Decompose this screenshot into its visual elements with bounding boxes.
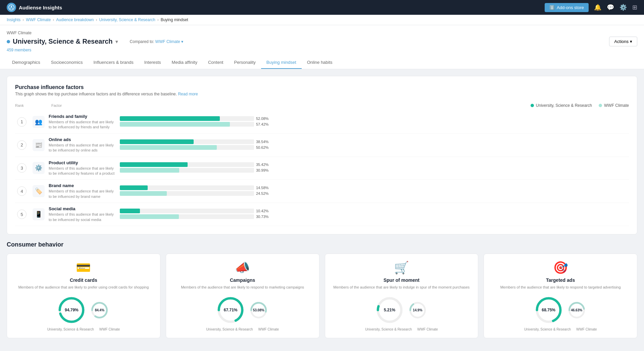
tab-demographics[interactable]: Demographics bbox=[7, 56, 46, 69]
tab-interests[interactable]: Interests bbox=[139, 56, 166, 69]
consumer-card-3: 🎯 Targeted ads Members of the audience t… bbox=[484, 254, 637, 338]
donut-large-3: 68.75% bbox=[535, 297, 562, 323]
actions-chevron: ▾ bbox=[630, 39, 632, 44]
purchase-influence-card: Purchase influence factors This graph sh… bbox=[7, 76, 637, 234]
bar-label-2: 30.73% bbox=[256, 215, 269, 219]
parent-label: WWF Climate bbox=[7, 31, 637, 35]
tab-content[interactable]: Content bbox=[203, 56, 229, 69]
tab-socioeconomics[interactable]: Socioeconomics bbox=[46, 56, 88, 69]
consumer-behavior-section: Consumer behavior 💳 Credit cards Members… bbox=[7, 241, 637, 338]
donut-small-1: 53.08% bbox=[249, 301, 268, 319]
compared-to-link[interactable]: WWF Climate ▾ bbox=[155, 39, 183, 44]
chat-icon[interactable]: 💬 bbox=[607, 4, 614, 11]
rank-number: 4 bbox=[17, 186, 27, 196]
read-more-link[interactable]: Read more bbox=[178, 92, 198, 96]
donut-label-large-3: 68.75% bbox=[542, 308, 555, 312]
bar-label-1: 10.42% bbox=[256, 209, 269, 213]
rank-number: 1 bbox=[17, 117, 27, 127]
bar-track-1 bbox=[120, 209, 254, 213]
rank-cell: 2 bbox=[15, 140, 29, 150]
title-dot bbox=[7, 40, 10, 43]
tab-buying-mindset[interactable]: Buying mindset bbox=[261, 56, 302, 69]
bar-fill-2 bbox=[120, 145, 217, 150]
donut-label-small-0: 84.4% bbox=[95, 308, 104, 312]
donut-label-small-3: 46.63% bbox=[571, 308, 582, 312]
bar-label-2: 24.52% bbox=[256, 191, 269, 195]
rank-cell: 5 bbox=[15, 210, 29, 219]
bar-row-2: 30.73% bbox=[120, 214, 629, 219]
card-labels-2: University, Science & Research WWF Clima… bbox=[332, 327, 472, 331]
donut-container-3: 68.75% 46.63% bbox=[491, 297, 630, 323]
breadcrumb-audience[interactable]: Audience breakdown bbox=[56, 17, 94, 22]
consumer-card-icon-1: 📣 bbox=[173, 261, 312, 275]
factor-desc: Members of this audience that are likely… bbox=[49, 189, 116, 199]
bar-fill-2 bbox=[120, 122, 230, 127]
factor-desc: Members of this audience that are likely… bbox=[49, 166, 116, 176]
pif-col-headers: Rank Factor bbox=[15, 103, 122, 107]
bar-label-1: 38.54% bbox=[256, 140, 269, 144]
card-label-2-1: WWF Climate bbox=[258, 327, 279, 331]
donut-label-large-2: 5.21% bbox=[384, 308, 395, 312]
addon-label: Add-ons store bbox=[557, 5, 584, 10]
tab-personality[interactable]: Personality bbox=[229, 56, 261, 69]
rank-number: 3 bbox=[17, 163, 27, 173]
factor-info: Social media Members of this audience th… bbox=[49, 206, 116, 222]
bar-track-2 bbox=[120, 191, 254, 196]
factor-desc: Members of this audience that are likely… bbox=[49, 143, 116, 153]
tab-media-affinity[interactable]: Media affinity bbox=[166, 56, 203, 69]
factor-name: Online ads bbox=[49, 137, 116, 142]
factor-info: Brand name Members of this audience that… bbox=[49, 183, 116, 199]
chevron-down-icon[interactable]: ▾ bbox=[115, 39, 118, 44]
bar-row-2: 24.52% bbox=[120, 191, 629, 196]
card-label-2-2: WWF Climate bbox=[417, 327, 438, 331]
consumer-cards: 💳 Credit cards Members of the audience t… bbox=[7, 254, 637, 338]
consumer-title: Consumer behavior bbox=[7, 241, 637, 248]
bar-label-1: 35.42% bbox=[256, 163, 269, 167]
gear-icon[interactable]: ⚙️ bbox=[620, 4, 627, 11]
factor-icon: ⚙️ bbox=[33, 162, 45, 174]
tab-influencers[interactable]: Influencers & brands bbox=[88, 56, 139, 69]
bar-fill-2 bbox=[120, 168, 179, 173]
factor-icon: 👥 bbox=[33, 116, 45, 128]
card-label-1-0: University, Science & Research bbox=[47, 327, 94, 331]
nav-brand: Audiense Insights bbox=[7, 3, 62, 12]
legend-label-1: University, Science & Research bbox=[536, 103, 592, 108]
actions-label: Actions bbox=[614, 39, 629, 44]
factor-info: Product utility Members of this audience… bbox=[49, 160, 116, 176]
rank-cell: 4 bbox=[15, 186, 29, 196]
bar-row-2: 57.42% bbox=[120, 122, 629, 127]
bars-cell: 38.54% 50.62% bbox=[120, 139, 629, 151]
bar-row-2: 30.99% bbox=[120, 168, 629, 173]
bell-icon[interactable]: 🔔 bbox=[594, 4, 601, 11]
card-label-1-1: University, Science & Research bbox=[206, 327, 253, 331]
bar-track-1 bbox=[120, 116, 254, 121]
pif-header: Rank Factor University, Science & Resear… bbox=[15, 103, 629, 108]
actions-button[interactable]: Actions ▾ bbox=[609, 37, 637, 46]
rank-cell: 1 bbox=[15, 117, 29, 127]
tab-online-habits[interactable]: Online habits bbox=[302, 56, 338, 69]
bars-cell: 14.58% 24.52% bbox=[120, 185, 629, 197]
grid-icon[interactable]: ⊞ bbox=[632, 4, 637, 11]
pif-title: Purchase influence factors bbox=[15, 84, 629, 90]
factor-icon: 🏷️ bbox=[33, 185, 45, 197]
addon-store-button[interactable]: ℹ️ Add-ons store bbox=[545, 3, 589, 12]
breadcrumb-university[interactable]: University, Science & Research bbox=[99, 17, 155, 22]
factor-row: 4 🏷️ Brand name Members of this audience… bbox=[15, 180, 629, 203]
breadcrumb-wwf[interactable]: WWF Climate bbox=[26, 17, 51, 22]
bar-fill-1 bbox=[120, 209, 140, 213]
bar-track-2 bbox=[120, 122, 254, 127]
bar-row-2: 50.62% bbox=[120, 145, 629, 150]
page-header: WWF Climate University, Science & Resear… bbox=[0, 25, 644, 69]
consumer-card-0: 💳 Credit cards Members of the audience t… bbox=[7, 254, 160, 338]
card-labels-0: University, Science & Research WWF Clima… bbox=[14, 327, 153, 331]
donut-container-1: 67.71% 53.08% bbox=[173, 297, 312, 323]
breadcrumb-insights[interactable]: Insights bbox=[7, 17, 20, 22]
bar-fill-1 bbox=[120, 139, 194, 144]
pif-subtitle-text: This graph shows the top purchase influe… bbox=[15, 92, 177, 96]
factor-header: Factor bbox=[35, 103, 62, 107]
rank-header: Rank bbox=[15, 103, 29, 107]
consumer-card-title-0: Credit cards bbox=[14, 277, 153, 283]
bar-fill-1 bbox=[120, 185, 148, 190]
consumer-card-2: 🛒 Spur of moment Members of the audience… bbox=[325, 254, 479, 338]
factor-row: 5 📱 Social media Members of this audienc… bbox=[15, 203, 629, 226]
